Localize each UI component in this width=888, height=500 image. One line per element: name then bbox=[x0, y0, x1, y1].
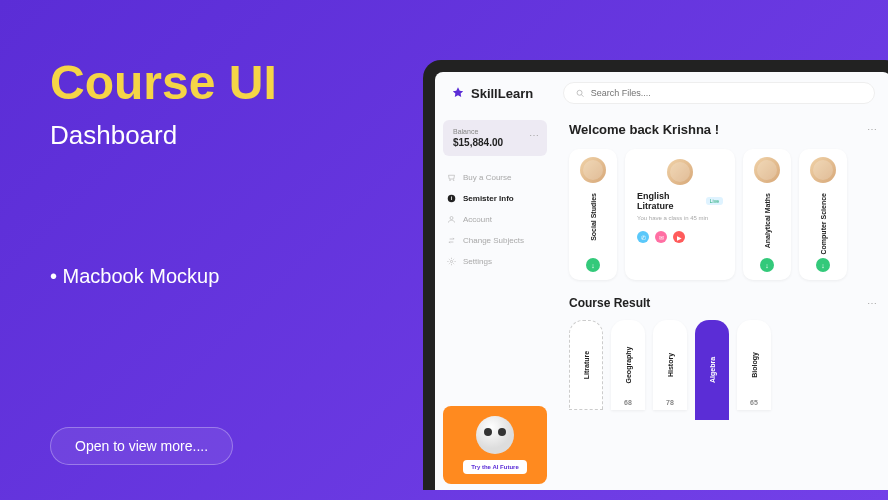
nav-label: Buy a Course bbox=[463, 173, 511, 182]
download-icon[interactable]: ↓ bbox=[586, 258, 600, 272]
course-card-english[interactable]: English Litrature Live You have a class … bbox=[625, 149, 735, 280]
result-bar-active[interactable]: Algebra bbox=[695, 320, 729, 420]
results-chart: Litrature Geography 68 History 78 Algebr… bbox=[569, 320, 877, 420]
balance-label: Balance bbox=[453, 128, 537, 135]
nav-label: Change Subjects bbox=[463, 236, 524, 245]
nav-change-subjects[interactable]: Change Subjects bbox=[443, 231, 547, 250]
results-menu-icon[interactable]: ⋯ bbox=[867, 298, 877, 309]
result-value: 78 bbox=[666, 399, 674, 406]
live-badge: Live bbox=[706, 197, 723, 205]
app-body: Balance $15,884.00 ⋯ Buy a Course i Semi… bbox=[435, 114, 888, 490]
view-more-button[interactable]: Open to view more.... bbox=[50, 427, 233, 465]
search-box[interactable] bbox=[563, 82, 875, 104]
result-value: 65 bbox=[750, 399, 758, 406]
nav-semister-info[interactable]: i Semister Info bbox=[443, 189, 547, 208]
course-card-maths[interactable]: Analytical Maths ↓ bbox=[743, 149, 791, 280]
course-title: Analytical Maths bbox=[764, 193, 771, 248]
avatar bbox=[810, 157, 836, 183]
courses-row: Social Studies ↓ English Litrature Live … bbox=[569, 149, 877, 280]
result-bar[interactable]: Geography 68 bbox=[611, 320, 645, 410]
result-bar[interactable]: Biology 65 bbox=[737, 320, 771, 410]
result-bar[interactable]: Litrature bbox=[569, 320, 603, 410]
search-input[interactable] bbox=[591, 88, 862, 98]
balance-menu-icon[interactable]: ⋯ bbox=[529, 130, 539, 141]
call-icon[interactable]: ✆ bbox=[637, 231, 649, 243]
results-header: Course Result ⋯ bbox=[569, 296, 877, 310]
result-subject: Algebra bbox=[709, 357, 716, 383]
slide-subtitle: Dashboard bbox=[50, 120, 177, 151]
nav-settings[interactable]: Settings bbox=[443, 252, 547, 271]
download-icon[interactable]: ↓ bbox=[816, 258, 830, 272]
sidebar: Balance $15,884.00 ⋯ Buy a Course i Semi… bbox=[435, 114, 555, 490]
cart-icon bbox=[447, 173, 456, 182]
brand-logo-icon bbox=[451, 86, 465, 100]
slide-bullet: • Macbook Mockup bbox=[50, 265, 219, 288]
balance-value: $15,884.00 bbox=[453, 137, 537, 148]
nav-account[interactable]: Account bbox=[443, 210, 547, 229]
welcome-menu-icon[interactable]: ⋯ bbox=[867, 124, 877, 135]
avatar bbox=[580, 157, 606, 183]
brand-name: SkillLearn bbox=[471, 86, 533, 101]
laptop-frame: SkillLearn Balance $15,884.00 ⋯ Buy a Co… bbox=[423, 60, 888, 490]
promo-card: Try the AI Future bbox=[443, 406, 547, 484]
chat-icon[interactable]: ✉ bbox=[655, 231, 667, 243]
main-content: Welcome back Krishna ! ⋯ Social Studies … bbox=[555, 114, 888, 490]
topbar: SkillLearn bbox=[435, 72, 888, 114]
info-icon: i bbox=[447, 194, 456, 203]
result-bar[interactable]: History 78 bbox=[653, 320, 687, 410]
result-subject: History bbox=[667, 353, 674, 377]
avatar bbox=[754, 157, 780, 183]
course-subtitle: You have a class in 45 min bbox=[637, 215, 708, 221]
avatar bbox=[667, 159, 693, 185]
svg-point-5 bbox=[450, 260, 452, 262]
search-icon bbox=[576, 89, 585, 98]
nav-label: Account bbox=[463, 215, 492, 224]
brand[interactable]: SkillLearn bbox=[451, 86, 533, 101]
nav-label: Semister Info bbox=[463, 194, 514, 203]
nav-list: Buy a Course i Semister Info Account Cha… bbox=[443, 168, 547, 271]
course-card-social[interactable]: Social Studies ↓ bbox=[569, 149, 617, 280]
welcome-text: Welcome back Krishna ! bbox=[569, 122, 719, 137]
swap-icon bbox=[447, 236, 456, 245]
result-subject: Litrature bbox=[583, 351, 590, 379]
result-subject: Biology bbox=[751, 353, 758, 379]
robot-icon bbox=[476, 416, 514, 454]
video-icon[interactable]: ▶ bbox=[673, 231, 685, 243]
app-screen: SkillLearn Balance $15,884.00 ⋯ Buy a Co… bbox=[435, 72, 888, 490]
promo-button[interactable]: Try the AI Future bbox=[463, 460, 526, 474]
course-card-cs[interactable]: Computer Science ↓ bbox=[799, 149, 847, 280]
course-title: Computer Science bbox=[820, 193, 827, 254]
course-title: English Litrature bbox=[637, 191, 702, 211]
download-icon[interactable]: ↓ bbox=[760, 258, 774, 272]
svg-line-1 bbox=[581, 94, 583, 96]
result-value: 68 bbox=[624, 399, 632, 406]
results-title: Course Result bbox=[569, 296, 650, 310]
balance-card[interactable]: Balance $15,884.00 ⋯ bbox=[443, 120, 547, 156]
welcome-row: Welcome back Krishna ! ⋯ bbox=[569, 122, 877, 137]
result-subject: Geography bbox=[625, 347, 632, 384]
svg-point-0 bbox=[577, 90, 582, 95]
user-icon bbox=[447, 215, 456, 224]
slide-title: Course UI bbox=[50, 55, 277, 110]
course-title: Social Studies bbox=[590, 193, 597, 241]
svg-point-4 bbox=[450, 217, 453, 220]
gear-icon bbox=[447, 257, 456, 266]
nav-label: Settings bbox=[463, 257, 492, 266]
course-actions: ✆ ✉ ▶ bbox=[637, 231, 685, 243]
nav-buy-course[interactable]: Buy a Course bbox=[443, 168, 547, 187]
